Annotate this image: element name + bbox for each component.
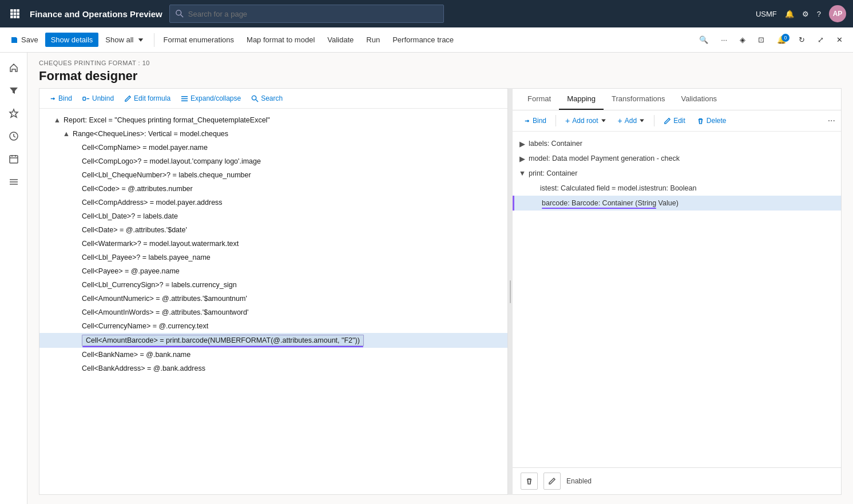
tree-item[interactable]: Cell<CompLogo>? = model.layout.'company …: [39, 154, 507, 168]
expand-collapse-button[interactable]: Expand/collapse: [176, 92, 245, 105]
rt-item-label: barcode: Barcode: Container (String Valu…: [542, 199, 679, 207]
tab-transformations[interactable]: Transformations: [604, 89, 673, 110]
tree-item[interactable]: Cell<Date> = @.attributes.'$date': [39, 223, 507, 237]
tree-item-label: Cell<CompAddress> = model.payer.address: [82, 199, 223, 207]
tree-arrow-icon: [72, 185, 80, 193]
sidebar-list-icon[interactable]: [3, 172, 24, 192]
avatar[interactable]: AP: [829, 5, 846, 22]
sidebar-filter-icon[interactable]: [3, 80, 24, 101]
tab-format[interactable]: Format: [519, 89, 559, 110]
right-delete-button[interactable]: Delete: [692, 114, 731, 127]
tree-item[interactable]: Cell<CurrencyName> = @.currency.text: [39, 319, 507, 333]
top-navigation: Finance and Operations Preview USMF 🔔 ⚙ …: [0, 0, 853, 27]
save-button[interactable]: Save: [5, 33, 44, 47]
performance-trace-button[interactable]: Performance trace: [387, 33, 459, 47]
map-format-button[interactable]: Map format to model: [241, 33, 320, 47]
svg-point-9: [176, 10, 181, 15]
tab-mapping[interactable]: Mapping: [559, 89, 604, 110]
format-tree: ▲ Report: Excel = "Cheques printing form…: [39, 109, 507, 494]
rt-item-print[interactable]: ▼ print: Container: [513, 166, 841, 181]
tree-item[interactable]: Cell<CompAddress> = model.payer.address: [39, 196, 507, 209]
help-icon[interactable]: ?: [817, 10, 821, 18]
tab-validations[interactable]: Validations: [673, 89, 725, 110]
format-enumerations-button[interactable]: Format enumerations: [158, 33, 240, 47]
bind-button[interactable]: Bind: [44, 92, 77, 105]
sidebar-home-icon[interactable]: [3, 57, 24, 78]
svg-rect-14: [83, 97, 86, 100]
mapping-toolbar: Bind + Add root + Add: [513, 110, 841, 132]
toolbar-expand-button[interactable]: ⤢: [812, 33, 830, 47]
toolbar-badge-button[interactable]: 🔔 0: [771, 33, 792, 47]
tree-arrow-icon: [72, 253, 80, 261]
tree-item-label: Cell<Watermark>? = model.layout.watermar…: [82, 240, 239, 248]
global-search-box[interactable]: [169, 5, 444, 23]
settings-icon[interactable]: ⚙: [802, 10, 809, 18]
app-grid-icon[interactable]: [7, 6, 23, 22]
tree-arrow-icon: [72, 364, 80, 372]
svg-rect-1: [14, 9, 17, 12]
tree-item[interactable]: Cell<AmountInWords> = @.attributes.'$amo…: [39, 305, 507, 319]
run-button[interactable]: Run: [360, 33, 386, 47]
search-button[interactable]: Search: [247, 92, 287, 105]
tree-item[interactable]: ▲ Range<ChequeLines>: Vertical = model.c…: [39, 127, 507, 141]
add-button[interactable]: + Add: [613, 114, 650, 128]
more-options-icon[interactable]: ···: [828, 116, 835, 125]
unbind-button[interactable]: Unbind: [78, 92, 118, 105]
add-root-button[interactable]: + Add root: [561, 114, 611, 128]
tree-item[interactable]: Cell<Payee> = @.payee.name: [39, 264, 507, 278]
toolbar-layout-button[interactable]: ⊡: [752, 33, 770, 47]
tree-arrow-icon: [72, 281, 80, 289]
main-area: CHEQUES PRINTING FORMAT : 10 Format desi…: [0, 53, 853, 504]
show-all-button[interactable]: Show all: [100, 33, 150, 47]
svg-rect-7: [14, 15, 17, 18]
rt-arrow-icon: ▼: [518, 169, 526, 177]
tree-item-label: Cell<Lbl_Date>? = labels.date: [82, 212, 178, 220]
tree-item[interactable]: Cell<Code> = @.attributes.number: [39, 182, 507, 196]
tree-item[interactable]: Cell<BankAddress> = @.bank.address: [39, 362, 507, 375]
breadcrumb: CHEQUES PRINTING FORMAT : 10: [39, 59, 842, 66]
rt-item-barcode[interactable]: barcode: Barcode: Container (String Valu…: [513, 196, 841, 211]
toolbar-search-button[interactable]: 🔍: [693, 33, 714, 47]
tab-bar: Format Mapping Transformations Validatio…: [513, 89, 841, 110]
panel-divider[interactable]: [508, 88, 513, 495]
tree-item[interactable]: Cell<Lbl_Date>? = labels.date: [39, 209, 507, 223]
rt-item-model[interactable]: ▶ model: Data model Payment generation -…: [513, 151, 841, 166]
toolbar-diamond-button[interactable]: ◈: [734, 33, 751, 47]
edit-icon-button[interactable]: [543, 473, 561, 490]
notification-icon[interactable]: 🔔: [785, 10, 794, 18]
tree-item[interactable]: Cell<BankName> = @.bank.name: [39, 348, 507, 362]
sidebar-calendar-icon[interactable]: [3, 149, 24, 169]
tree-item[interactable]: Cell<Lbl_CurrencySign>? = labels.currenc…: [39, 278, 507, 292]
tree-arrow-icon: [72, 144, 80, 152]
toolbar-close-button[interactable]: ✕: [831, 33, 848, 47]
tree-arrow-icon: [72, 336, 80, 344]
rt-arrow-icon: [531, 199, 539, 207]
toolbar-more-button[interactable]: ···: [715, 33, 733, 47]
rt-item-labels[interactable]: ▶ labels: Container: [513, 136, 841, 151]
sidebar-star-icon[interactable]: [3, 103, 24, 124]
tree-item[interactable]: Cell<Watermark>? = model.layout.watermar…: [39, 237, 507, 251]
rt-item-istest[interactable]: istest: Calculated field = model.istestr…: [513, 181, 841, 196]
tree-item-label: Cell<Lbl_CurrencySign>? = labels.currenc…: [82, 281, 237, 289]
tree-arrow-icon: [72, 308, 80, 316]
tree-item-label: Cell<Date> = @.attributes.'$date': [82, 226, 187, 234]
tree-item-selected[interactable]: Cell<AmountBarcode> = print.barcode(NUMB…: [39, 333, 507, 348]
validate-button[interactable]: Validate: [322, 33, 359, 47]
svg-rect-5: [17, 13, 19, 15]
global-search-input[interactable]: [188, 10, 438, 18]
toolbar-refresh-button[interactable]: ↻: [793, 33, 811, 47]
right-edit-button[interactable]: Edit: [659, 114, 690, 127]
delete-icon-button[interactable]: [521, 473, 538, 490]
show-details-button[interactable]: Show details: [45, 33, 99, 47]
rt-item-label: model: Data model Payment generation - c…: [529, 154, 680, 162]
tree-item[interactable]: ▲ Report: Excel = "Cheques printing form…: [39, 113, 507, 127]
rt-item-label: print: Container: [529, 169, 577, 177]
right-bind-button[interactable]: Bind: [518, 114, 551, 127]
edit-formula-button[interactable]: Edit formula: [120, 92, 175, 105]
tree-item[interactable]: Cell<AmountNumeric> = @.attributes.'$amo…: [39, 292, 507, 305]
tree-item[interactable]: Cell<CompName> = model.payer.name: [39, 141, 507, 154]
tree-item[interactable]: Cell<Lbl_Payee>? = labels.payee_name: [39, 251, 507, 264]
tree-item[interactable]: Cell<Lbl_ChequeNumber>? = labels.cheque_…: [39, 168, 507, 182]
left-panel-toolbar: Bind Unbind Edit formula Expand/collapse: [39, 89, 507, 109]
sidebar-clock-icon[interactable]: [3, 126, 24, 146]
